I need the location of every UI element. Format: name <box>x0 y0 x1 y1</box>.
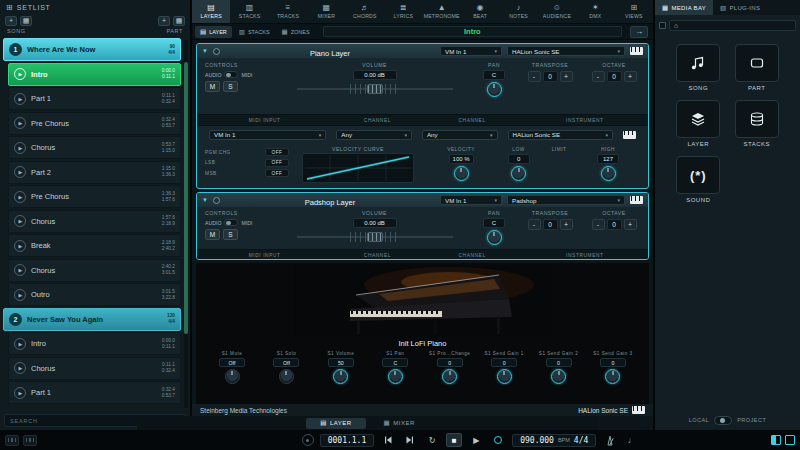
setlist-song-row[interactable]: 2 Never Saw You Again 1204/4 <box>3 308 181 331</box>
mute-button[interactable]: M <box>205 229 220 240</box>
mute-button[interactable]: M <box>205 81 220 92</box>
param-value[interactable]: 0 <box>600 358 626 367</box>
tab-audience[interactable]: ☺AUDIENCE <box>538 0 576 23</box>
octave-plus-button[interactable]: + <box>624 219 637 230</box>
setlist-part-row[interactable]: ▶ Chorus 0:53.71:15.0 <box>8 136 181 159</box>
play-icon[interactable]: ▶ <box>14 240 26 252</box>
param-value[interactable]: 50 <box>328 358 354 367</box>
velocity-value[interactable]: 100 % <box>449 154 474 164</box>
record-button[interactable] <box>490 433 506 447</box>
tab-stacks[interactable]: ▥STACKS <box>230 0 268 23</box>
midi-activity-icon[interactable] <box>5 435 19 446</box>
setlist-part-row[interactable]: ▶ Chorus 0:11.10:32.4 <box>8 357 181 380</box>
solo-button[interactable]: S <box>223 229 238 240</box>
play-icon[interactable]: ▶ <box>14 117 26 129</box>
tab-mixer[interactable]: ▦MIXER <box>307 0 345 23</box>
pan-knob[interactable] <box>487 230 502 245</box>
setlist-part-row[interactable]: ▶ Chorus 2:40.23:01.5 <box>8 259 181 282</box>
transpose-plus-button[interactable]: + <box>560 71 573 82</box>
setlist-part-row[interactable]: ▶ Part 1 0:32.40:53.7 <box>8 381 181 404</box>
pan-knob[interactable] <box>487 82 502 97</box>
audio-midi-toggle[interactable] <box>224 219 238 226</box>
media-item-sound[interactable]: (*) SOUND <box>676 156 720 203</box>
toggle-left-zone-icon[interactable] <box>771 435 781 445</box>
subtab-layer[interactable]: ▤LAYER <box>195 26 232 38</box>
bottom-tab-mixer[interactable]: ▦MIXER <box>370 418 429 429</box>
slider-handle[interactable] <box>367 84 383 94</box>
velocity-curve-graph[interactable] <box>302 153 414 183</box>
play-icon[interactable]: ▶ <box>14 93 26 105</box>
pan-value[interactable]: C <box>483 70 505 80</box>
position-display[interactable]: 0001.1.1 <box>320 434 375 447</box>
setlist-scrollbar[interactable] <box>184 40 188 408</box>
volume-slider[interactable] <box>297 231 453 243</box>
midi-input-dropdown[interactable]: VM In 1▾ <box>440 195 502 205</box>
volume-value[interactable]: 0.00 dB <box>353 218 397 228</box>
velocity-knob[interactable] <box>454 166 469 181</box>
setlist-part-row[interactable]: ▶ Pre Chorus 1:36.31:57.6 <box>8 185 181 208</box>
volume-slider[interactable] <box>297 83 453 95</box>
keyboard-icon[interactable] <box>630 47 643 55</box>
octave-value[interactable]: 0 <box>607 71 622 82</box>
tab-beat[interactable]: ◉BEAT <box>461 0 499 23</box>
setlist-part-row[interactable]: ▶ Break 2:18.92:40.2 <box>8 234 181 257</box>
param-value[interactable]: 0 <box>546 358 572 367</box>
scrollbar-thumb[interactable] <box>184 62 188 334</box>
layer-header[interactable]: ▼ Piano Layer VM In 1▾ HALion Sonic SE▾ <box>197 44 648 58</box>
subtab-stacks[interactable]: ▥STACKS <box>234 26 275 38</box>
play-icon[interactable]: ▶ <box>14 166 26 178</box>
instrument-dropdown[interactable]: HALion Sonic SE▾ <box>507 46 625 56</box>
keyboard-icon[interactable] <box>623 131 636 139</box>
tab-views[interactable]: ⊞VIEWS <box>615 0 653 23</box>
pan-value[interactable]: C <box>483 218 505 228</box>
go-to-end-button[interactable] <box>402 433 418 447</box>
tab-chords[interactable]: ♬CHORDS <box>346 0 384 23</box>
transpose-value[interactable]: 0 <box>543 71 558 82</box>
tab-media-bay[interactable]: ▦MEDIA BAY <box>655 0 713 15</box>
layer-header[interactable]: ▼ Padshop Layer VM In 1▾ Padshop▾ <box>197 193 648 207</box>
setlist-part-row[interactable]: ▶ Intro 0:00.00:11.1 <box>8 332 181 355</box>
cycle-button[interactable]: ↻ <box>424 433 440 447</box>
param-knob[interactable] <box>442 369 457 384</box>
instrument-dropdown[interactable]: Padshop▾ <box>507 195 625 205</box>
home-icon[interactable]: ⌂ <box>674 22 678 29</box>
param-knob[interactable] <box>333 369 348 384</box>
transpose-minus-button[interactable]: - <box>528 71 541 82</box>
tempo-track-icon[interactable]: ♩ <box>624 433 640 447</box>
tab-plug-ins[interactable]: ▧PLUG-INS <box>713 0 767 15</box>
octave-minus-button[interactable]: - <box>592 71 605 82</box>
next-part-button[interactable]: → <box>630 26 648 38</box>
slider-handle[interactable] <box>367 232 383 242</box>
midi-input-dropdown[interactable]: VM In 1▾ <box>440 46 502 56</box>
param-value[interactable]: Off <box>273 358 299 367</box>
audio-activity-icon[interactable] <box>23 435 37 446</box>
media-item-part[interactable]: PART <box>735 44 779 91</box>
song-menu-button[interactable]: ▦ <box>20 16 32 26</box>
preset-name[interactable]: Init LoFi Piano <box>399 339 447 348</box>
play-icon[interactable]: ▶ <box>14 68 26 80</box>
param-knob[interactable] <box>497 369 512 384</box>
setlist-part-row[interactable]: ▶ Intro 0:00.00:11.1 <box>8 63 181 86</box>
keyboard-icon[interactable] <box>632 406 645 414</box>
param-knob[interactable] <box>551 369 566 384</box>
transpose-value[interactable]: 0 <box>543 219 558 230</box>
play-icon[interactable]: ▶ <box>14 362 26 374</box>
setlist-part-row[interactable]: ▶ Part 2 1:15.01:36.3 <box>8 161 181 184</box>
tab-layers[interactable]: ▤LAYERS <box>192 0 230 23</box>
tab-metronome[interactable]: ▲METRONOME <box>423 0 461 23</box>
param-knob[interactable] <box>388 369 403 384</box>
play-icon[interactable]: ▶ <box>14 191 26 203</box>
sync-indicator[interactable] <box>302 434 314 446</box>
play-icon[interactable]: ▶ <box>14 289 26 301</box>
param-knob[interactable] <box>279 369 294 384</box>
param-value[interactable]: C <box>382 358 408 367</box>
setlist-part-row[interactable]: ▶ Chorus 1:57.62:18.9 <box>8 210 181 233</box>
msb-value[interactable]: OFF <box>265 169 289 177</box>
collapse-icon[interactable]: ▼ <box>202 197 208 203</box>
lsb-value[interactable]: OFF <box>265 159 289 167</box>
play-icon[interactable]: ▶ <box>14 142 26 154</box>
setlist-part-row[interactable]: ▶ Part 1 0:11.10:32.4 <box>8 87 181 110</box>
octave-minus-button[interactable]: - <box>592 219 605 230</box>
tempo-display[interactable]: 090.000 BPM 4/4 <box>512 434 596 447</box>
low-knob[interactable] <box>511 166 526 181</box>
